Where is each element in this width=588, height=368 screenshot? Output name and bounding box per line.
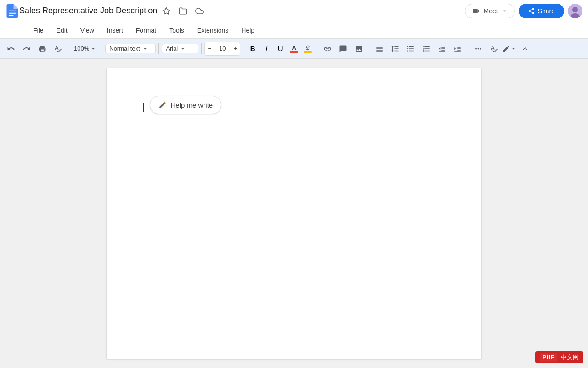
- menu-help[interactable]: Help: [236, 25, 260, 36]
- menu-bar: File Edit View Insert Format Tools Exten…: [0, 22, 588, 39]
- bold-button[interactable]: B: [246, 42, 259, 55]
- increase-indent-button[interactable]: [450, 41, 465, 56]
- more-options-button[interactable]: [471, 41, 486, 56]
- italic-button[interactable]: I: [260, 42, 273, 55]
- menu-file[interactable]: File: [28, 25, 49, 36]
- divider-5: [243, 43, 243, 54]
- undo-button[interactable]: [4, 41, 18, 56]
- divider-2: [102, 43, 102, 54]
- title-bar: Sales Representative Job Description: [0, 0, 588, 22]
- doc-title[interactable]: Sales Representative Job Description: [19, 6, 157, 16]
- menu-tools[interactable]: Tools: [164, 25, 190, 36]
- decrease-indent-button[interactable]: [435, 41, 449, 56]
- help-me-write-button[interactable]: Help me write: [150, 96, 221, 114]
- underline-button[interactable]: U: [274, 42, 287, 55]
- watermark-text: 中文网: [561, 354, 579, 361]
- divider-7: [369, 43, 369, 54]
- text-color-button[interactable]: A: [288, 42, 300, 55]
- cloud-save-button[interactable]: [192, 4, 207, 18]
- editing-mode-button[interactable]: [502, 41, 517, 56]
- svg-marker-3: [163, 7, 170, 14]
- avatar[interactable]: [568, 4, 582, 18]
- expand-toolbar-button[interactable]: [518, 41, 532, 56]
- spell-check-button[interactable]: [51, 41, 65, 56]
- svg-point-7: [165, 102, 166, 103]
- meet-button[interactable]: Meet: [465, 4, 515, 18]
- svg-rect-1: [9, 12, 16, 13]
- style-selector[interactable]: Normal text: [105, 44, 156, 53]
- menu-extensions[interactable]: Extensions: [192, 25, 234, 36]
- divider-4: [201, 43, 202, 54]
- print-button[interactable]: [35, 41, 50, 56]
- help-me-write-label: Help me write: [170, 101, 213, 109]
- watermark: PHP 中文网: [535, 351, 583, 363]
- line-spacing-button[interactable]: [388, 41, 402, 56]
- meet-label: Meet: [484, 7, 498, 15]
- divider-6: [317, 43, 317, 54]
- insert-comment-button[interactable]: [336, 41, 351, 56]
- share-button[interactable]: Share: [519, 4, 564, 18]
- numbered-list-button[interactable]: [419, 41, 434, 56]
- php-label: PHP: [540, 353, 558, 362]
- divider-8: [468, 43, 468, 54]
- font-size-area: − 10 +: [204, 42, 240, 56]
- document-page[interactable]: Help me write: [107, 68, 481, 359]
- star-button[interactable]: [159, 4, 174, 18]
- svg-point-8: [165, 103, 166, 104]
- menu-insert[interactable]: Insert: [102, 25, 129, 36]
- move-to-folder-button[interactable]: [175, 4, 190, 18]
- style-value: Normal text: [109, 45, 140, 52]
- redo-button[interactable]: [19, 41, 34, 56]
- font-size-increase-button[interactable]: +: [231, 42, 240, 55]
- spell-check-toggle[interactable]: [486, 41, 501, 56]
- bullet-list-button[interactable]: [403, 41, 418, 56]
- svg-rect-2: [9, 15, 14, 16]
- right-controls: Meet Share: [465, 4, 582, 18]
- divider-3: [158, 43, 159, 54]
- font-value: Arial: [166, 45, 178, 52]
- document-area: Help me write: [0, 59, 588, 368]
- share-label: Share: [538, 7, 555, 15]
- insert-link-button[interactable]: [320, 41, 335, 56]
- divider-1: [68, 43, 68, 54]
- toolbar: 100% Normal text Arial − 10 + B I U A: [0, 39, 588, 59]
- font-selector[interactable]: Arial: [162, 44, 198, 53]
- doc-title-area: Sales Representative Job Description: [19, 4, 465, 18]
- text-cursor: [143, 103, 144, 112]
- font-size-decrease-button[interactable]: −: [205, 42, 214, 55]
- svg-rect-0: [9, 10, 16, 11]
- font-size-input[interactable]: 10: [214, 44, 231, 53]
- pencil-sparkle-icon: [158, 101, 167, 109]
- align-button[interactable]: [372, 41, 387, 56]
- insert-image-button[interactable]: [351, 41, 366, 56]
- svg-point-5: [572, 7, 578, 12]
- highlight-color-button[interactable]: [301, 42, 314, 55]
- docs-logo-icon: [6, 4, 19, 18]
- zoom-value: 100%: [74, 45, 89, 52]
- menu-view[interactable]: View: [75, 25, 100, 36]
- menu-format[interactable]: Format: [130, 25, 162, 36]
- zoom-selector[interactable]: 100%: [71, 44, 99, 53]
- menu-edit[interactable]: Edit: [51, 25, 73, 36]
- svg-point-9: [164, 101, 165, 102]
